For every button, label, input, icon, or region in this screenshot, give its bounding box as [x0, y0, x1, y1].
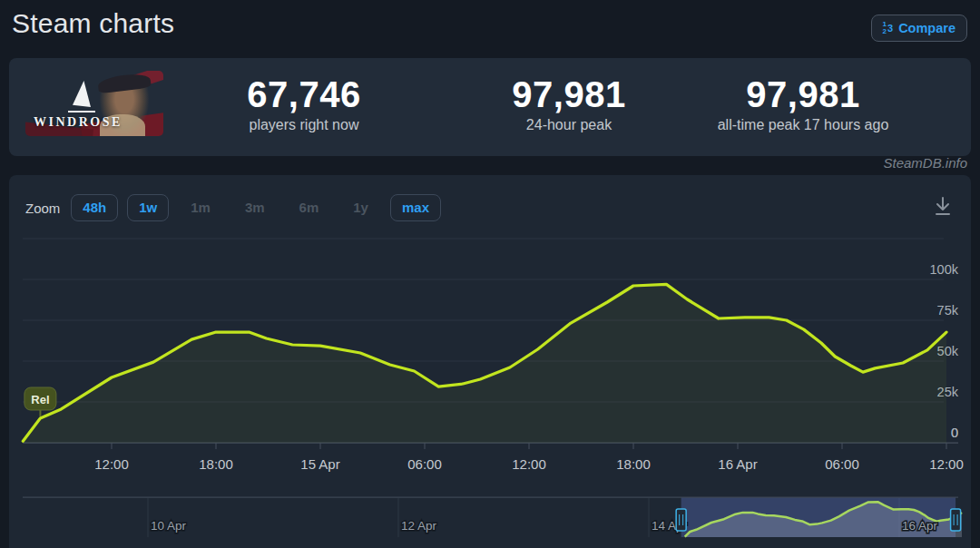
zoom-3m-button: 3m: [242, 194, 268, 221]
x-axis-label: 06:00: [825, 456, 859, 472]
zoom-1y-button: 1y: [350, 194, 371, 221]
zoom-6m-button: 6m: [297, 194, 322, 221]
y-axis-label: 100k: [930, 262, 959, 277]
x-axis-label: 12:00: [512, 456, 546, 472]
download-chart-button[interactable]: [929, 193, 956, 220]
zoom-48h-button[interactable]: 48h: [71, 194, 118, 221]
y-axis-label: 0: [951, 426, 958, 440]
steam-charts-page: Steam charts 1 2 3 Compare WINDROSE 67,7…: [0, 0, 980, 548]
navigator-date-label: 12 Apr: [401, 519, 437, 533]
zoom-label: Zoom: [25, 201, 60, 216]
navigator-date-label: 16 Apr: [902, 519, 938, 533]
player-count-chart[interactable]: 100k75k50k25k0012:0018:0015 Apr06:0012:0…: [0, 0, 980, 548]
zoom-1w-button[interactable]: 1w: [127, 194, 169, 221]
x-axis-label: 18:00: [616, 456, 651, 472]
zoom-1m-button: 1m: [188, 194, 213, 221]
navigator-handle-right[interactable]: [951, 509, 961, 531]
download-icon: [930, 193, 956, 219]
release-flag-label: Rel: [31, 393, 49, 406]
navigator-date-label: 10 Apr: [151, 519, 187, 533]
y-axis-label: 75k: [937, 303, 959, 318]
x-axis-label: 18:00: [199, 456, 233, 472]
zoom-max-button[interactable]: max: [390, 194, 441, 221]
navigator-handle-left[interactable]: [676, 509, 686, 531]
x-axis-label: 12:00: [929, 456, 964, 472]
x-axis-label: 16 Apr: [718, 456, 757, 472]
x-axis-label: 15 Apr: [300, 456, 339, 472]
x-axis-label: 06:00: [407, 456, 442, 472]
x-axis-label: 12:00: [94, 456, 129, 472]
zoom-toolbar: Zoom 48h 1w 1m 3m 6m 1y max: [25, 194, 441, 221]
